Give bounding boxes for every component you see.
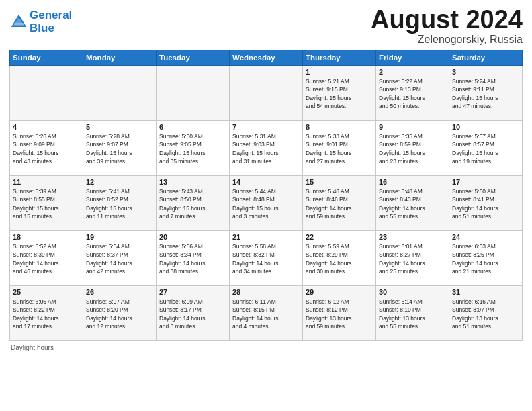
- day-info: Sunrise: 5:31 AM Sunset: 9:03 PM Dayligh…: [232, 132, 300, 165]
- calendar-cell: 19Sunrise: 5:54 AM Sunset: 8:37 PM Dayli…: [83, 231, 157, 286]
- day-number: 15: [306, 178, 373, 186]
- calendar-cell: 10Sunrise: 5:37 AM Sunset: 8:57 PM Dayli…: [449, 121, 523, 176]
- day-info: Sunrise: 6:11 AM Sunset: 8:15 PM Dayligh…: [232, 298, 300, 330]
- day-info: Sunrise: 5:21 AM Sunset: 9:15 PM Dayligh…: [306, 77, 373, 110]
- calendar-cell: 22Sunrise: 5:59 AM Sunset: 8:29 PM Dayli…: [303, 231, 376, 286]
- calendar-cell: 13Sunrise: 5:43 AM Sunset: 8:50 PM Dayli…: [157, 176, 230, 231]
- calendar-cell: 1Sunrise: 5:21 AM Sunset: 9:15 PM Daylig…: [303, 66, 376, 121]
- day-number: 14: [232, 178, 300, 186]
- logo-icon: [9, 13, 28, 32]
- calendar-body: 1Sunrise: 5:21 AM Sunset: 9:15 PM Daylig…: [10, 66, 523, 341]
- header-day-wednesday: Wednesday: [230, 50, 303, 66]
- calendar-cell: [230, 66, 303, 121]
- day-number: 21: [232, 233, 300, 241]
- day-info: Sunrise: 5:59 AM Sunset: 8:29 PM Dayligh…: [306, 242, 373, 275]
- calendar-cell: [83, 66, 157, 121]
- day-number: 13: [159, 178, 226, 186]
- calendar-cell: 14Sunrise: 5:44 AM Sunset: 8:48 PM Dayli…: [230, 176, 303, 231]
- header-day-tuesday: Tuesday: [157, 50, 230, 66]
- calendar-cell: 5Sunrise: 5:28 AM Sunset: 9:07 PM Daylig…: [83, 121, 157, 176]
- day-info: Sunrise: 5:30 AM Sunset: 9:05 PM Dayligh…: [159, 132, 226, 165]
- day-number: 29: [306, 288, 373, 296]
- calendar-cell: 20Sunrise: 5:56 AM Sunset: 8:34 PM Dayli…: [157, 231, 230, 286]
- header: General Blue August 2024 Zelenogorskiy, …: [9, 7, 523, 46]
- day-number: 31: [452, 288, 519, 296]
- day-info: Sunrise: 6:12 AM Sunset: 8:12 PM Dayligh…: [306, 298, 373, 330]
- header-day-saturday: Saturday: [449, 50, 523, 66]
- calendar-cell: 28Sunrise: 6:11 AM Sunset: 8:15 PM Dayli…: [230, 286, 303, 341]
- calendar-cell: 4Sunrise: 5:26 AM Sunset: 9:09 PM Daylig…: [10, 121, 83, 176]
- day-number: 26: [86, 288, 153, 296]
- day-info: Sunrise: 5:54 AM Sunset: 8:37 PM Dayligh…: [86, 242, 153, 275]
- day-info: Sunrise: 5:33 AM Sunset: 9:01 PM Dayligh…: [306, 132, 373, 165]
- header-day-monday: Monday: [83, 50, 157, 66]
- day-info: Sunrise: 5:52 AM Sunset: 8:39 PM Dayligh…: [13, 242, 80, 275]
- day-info: Sunrise: 5:56 AM Sunset: 8:34 PM Dayligh…: [159, 242, 226, 275]
- day-number: 4: [13, 123, 80, 131]
- location-subtitle: Zelenogorskiy, Russia: [371, 34, 523, 46]
- day-info: Sunrise: 5:22 AM Sunset: 9:13 PM Dayligh…: [379, 77, 446, 110]
- day-number: 17: [452, 178, 519, 186]
- calendar-cell: 8Sunrise: 5:33 AM Sunset: 9:01 PM Daylig…: [303, 121, 376, 176]
- day-info: Sunrise: 5:24 AM Sunset: 9:11 PM Dayligh…: [452, 77, 519, 110]
- day-info: Sunrise: 5:50 AM Sunset: 8:41 PM Dayligh…: [452, 187, 519, 220]
- day-info: Sunrise: 6:03 AM Sunset: 8:25 PM Dayligh…: [452, 242, 519, 275]
- day-number: 25: [13, 288, 80, 296]
- day-info: Sunrise: 5:48 AM Sunset: 8:43 PM Dayligh…: [379, 187, 446, 220]
- day-number: 19: [86, 233, 153, 241]
- day-info: Sunrise: 5:35 AM Sunset: 8:59 PM Dayligh…: [379, 132, 446, 165]
- day-number: 27: [159, 288, 226, 296]
- day-info: Sunrise: 5:44 AM Sunset: 8:48 PM Dayligh…: [232, 187, 300, 220]
- calendar-cell: 6Sunrise: 5:30 AM Sunset: 9:05 PM Daylig…: [157, 121, 230, 176]
- day-number: 22: [306, 233, 373, 241]
- day-info: Sunrise: 5:46 AM Sunset: 8:46 PM Dayligh…: [306, 187, 373, 220]
- calendar-cell: 24Sunrise: 6:03 AM Sunset: 8:25 PM Dayli…: [449, 231, 523, 286]
- day-number: 1: [306, 68, 373, 76]
- calendar-cell: 26Sunrise: 6:07 AM Sunset: 8:20 PM Dayli…: [83, 286, 157, 341]
- header-day-sunday: Sunday: [10, 50, 83, 66]
- day-info: Sunrise: 5:41 AM Sunset: 8:52 PM Dayligh…: [86, 187, 153, 220]
- calendar-cell: 27Sunrise: 6:09 AM Sunset: 8:17 PM Dayli…: [157, 286, 230, 341]
- calendar-cell: 12Sunrise: 5:41 AM Sunset: 8:52 PM Dayli…: [83, 176, 157, 231]
- title-block: August 2024 Zelenogorskiy, Russia: [371, 7, 523, 46]
- day-info: Sunrise: 5:37 AM Sunset: 8:57 PM Dayligh…: [452, 132, 519, 165]
- day-number: 20: [159, 233, 226, 241]
- calendar-cell: 7Sunrise: 5:31 AM Sunset: 9:03 PM Daylig…: [230, 121, 303, 176]
- day-number: 2: [379, 68, 446, 76]
- day-info: Sunrise: 6:05 AM Sunset: 8:22 PM Dayligh…: [13, 298, 80, 330]
- day-number: 30: [379, 288, 446, 296]
- day-number: 9: [379, 123, 446, 131]
- logo-text: General Blue: [30, 9, 72, 34]
- day-info: Sunrise: 5:58 AM Sunset: 8:32 PM Dayligh…: [232, 242, 300, 275]
- page-container: General Blue August 2024 Zelenogorskiy, …: [0, 0, 532, 355]
- day-number: 18: [13, 233, 80, 241]
- svg-rect-2: [14, 23, 24, 24]
- calendar-cell: 3Sunrise: 5:24 AM Sunset: 9:11 PM Daylig…: [449, 66, 523, 121]
- calendar-cell: 23Sunrise: 6:01 AM Sunset: 8:27 PM Dayli…: [376, 231, 449, 286]
- calendar-cell: 17Sunrise: 5:50 AM Sunset: 8:41 PM Dayli…: [449, 176, 523, 231]
- day-info: Sunrise: 5:39 AM Sunset: 8:55 PM Dayligh…: [13, 187, 80, 220]
- calendar-cell: 29Sunrise: 6:12 AM Sunset: 8:12 PM Dayli…: [303, 286, 376, 341]
- calendar-cell: 15Sunrise: 5:46 AM Sunset: 8:46 PM Dayli…: [303, 176, 376, 231]
- calendar-cell: 9Sunrise: 5:35 AM Sunset: 8:59 PM Daylig…: [376, 121, 449, 176]
- day-number: 16: [379, 178, 446, 186]
- day-info: Sunrise: 5:43 AM Sunset: 8:50 PM Dayligh…: [159, 187, 226, 220]
- header-day-thursday: Thursday: [303, 50, 376, 66]
- day-info: Sunrise: 6:07 AM Sunset: 8:20 PM Dayligh…: [86, 298, 153, 330]
- day-number: 6: [159, 123, 226, 131]
- day-number: 24: [452, 233, 519, 241]
- day-number: 11: [13, 178, 80, 186]
- day-info: Sunrise: 6:14 AM Sunset: 8:10 PM Dayligh…: [379, 298, 446, 330]
- calendar-cell: [157, 66, 230, 121]
- day-info: Sunrise: 5:26 AM Sunset: 9:09 PM Dayligh…: [13, 132, 80, 165]
- header-day-friday: Friday: [376, 50, 449, 66]
- day-info: Sunrise: 5:28 AM Sunset: 9:07 PM Dayligh…: [86, 132, 153, 165]
- day-number: 8: [306, 123, 373, 131]
- calendar-cell: 21Sunrise: 5:58 AM Sunset: 8:32 PM Dayli…: [230, 231, 303, 286]
- calendar-header: SundayMondayTuesdayWednesdayThursdayFrid…: [10, 50, 523, 66]
- calendar-cell: 31Sunrise: 6:16 AM Sunset: 8:07 PM Dayli…: [449, 286, 523, 341]
- day-info: Sunrise: 6:09 AM Sunset: 8:17 PM Dayligh…: [159, 298, 226, 330]
- logo: General Blue: [9, 9, 72, 34]
- day-number: 23: [379, 233, 446, 241]
- calendar-cell: [10, 66, 83, 121]
